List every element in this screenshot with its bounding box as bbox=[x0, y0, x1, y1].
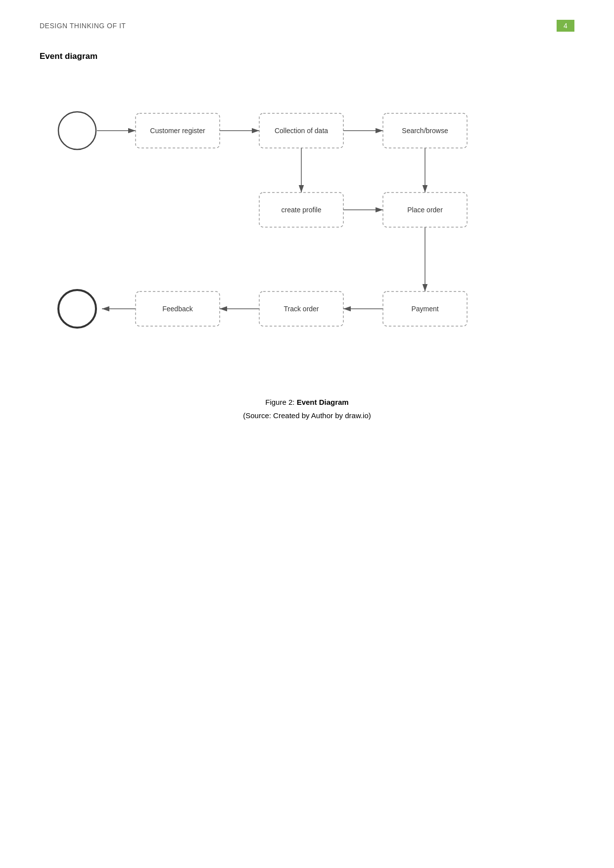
header-title: DESIGN THINKING OF IT bbox=[40, 22, 126, 30]
section-heading: Event diagram bbox=[40, 51, 574, 61]
feedback-label: Feedback bbox=[162, 305, 193, 313]
payment-label: Payment bbox=[411, 305, 438, 313]
diagram-container: Customer register Collection of data Sea… bbox=[40, 76, 574, 383]
create-profile-label: create profile bbox=[281, 206, 321, 214]
track-order-label: Track order bbox=[283, 305, 319, 313]
end-circle bbox=[58, 290, 96, 328]
start-circle bbox=[58, 112, 96, 149]
customer-register-label: Customer register bbox=[150, 127, 205, 135]
collection-of-data-label: Collection of data bbox=[274, 127, 328, 135]
page-number: 4 bbox=[557, 20, 574, 32]
figure-caption-prefix: Figure 2: bbox=[265, 398, 296, 406]
header: DESIGN THINKING OF IT 4 bbox=[40, 20, 574, 32]
source-caption: (Source: Created by Author by draw.io) bbox=[40, 411, 574, 420]
search-browse-label: Search/browse bbox=[402, 127, 448, 135]
place-order-label: Place order bbox=[407, 206, 443, 214]
figure-caption: Figure 2: Event Diagram bbox=[40, 398, 574, 406]
figure-caption-bold: Event Diagram bbox=[297, 398, 349, 406]
event-diagram-svg: Customer register Collection of data Sea… bbox=[47, 76, 567, 383]
page: DESIGN THINKING OF IT 4 Event diagram Cu… bbox=[0, 0, 614, 868]
